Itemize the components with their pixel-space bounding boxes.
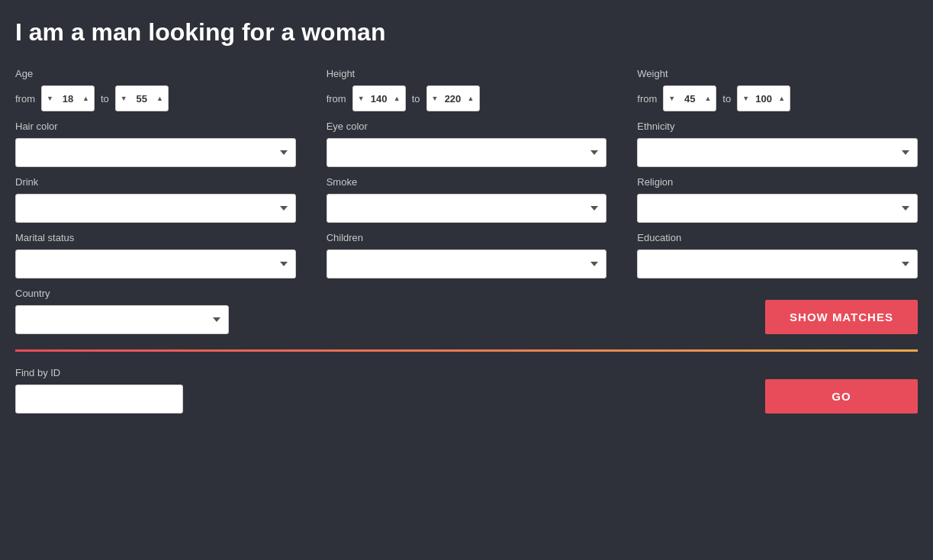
height-from-label: from [327, 93, 346, 105]
age-from-spinner[interactable]: ▼ 18 ▲ [41, 85, 95, 111]
weight-from-up-btn[interactable]: ▲ [704, 95, 711, 102]
divider [15, 349, 918, 352]
marital-status-label: Marital status [15, 232, 296, 243]
weight-from-spinner[interactable]: ▼ 45 ▲ [663, 85, 716, 111]
eye-color-group: Eye color [327, 121, 607, 167]
hair-color-select[interactable] [15, 138, 296, 167]
age-to-down-arrows[interactable]: ▼ [121, 95, 127, 102]
country-label: Country [15, 288, 229, 299]
weight-from-value: 45 [678, 93, 701, 105]
religion-select[interactable] [637, 194, 918, 223]
filter-row-1: Age from ▼ 18 ▲ to ▼ 55 ▲ [15, 68, 918, 111]
children-select[interactable] [327, 249, 607, 278]
weight-range-row: from ▼ 45 ▲ to ▼ 100 ▲ [637, 85, 918, 111]
height-from-up-btn[interactable]: ▲ [394, 95, 401, 102]
height-to-up-btn[interactable]: ▲ [468, 95, 475, 102]
age-to-spinner[interactable]: ▼ 55 ▲ [115, 85, 169, 111]
find-by-id-input[interactable] [15, 385, 183, 414]
age-to-down-btn[interactable]: ▼ [121, 95, 127, 102]
drink-label: Drink [15, 176, 296, 188]
age-to-label: to [101, 93, 109, 105]
height-from-spinner[interactable]: ▼ 140 ▲ [352, 85, 406, 111]
find-by-id-section: Find by ID GO [15, 367, 918, 414]
education-select[interactable] [637, 249, 918, 278]
weight-group: Weight from ▼ 45 ▲ to ▼ 100 ▲ [637, 68, 918, 111]
smoke-group: Smoke [327, 176, 607, 223]
country-group: Country [15, 288, 229, 334]
drink-group: Drink [15, 176, 296, 223]
ethnicity-select[interactable] [637, 138, 918, 167]
filter-row-4: Marital status Children Education [15, 232, 918, 278]
age-group: Age from ▼ 18 ▲ to ▼ 55 ▲ [15, 68, 296, 111]
height-group: Height from ▼ 140 ▲ to ▼ 220 ▲ [327, 68, 607, 111]
height-to-down-btn[interactable]: ▼ [432, 95, 439, 102]
find-by-id-label: Find by ID [15, 367, 183, 378]
age-to-up-btn[interactable]: ▲ [156, 95, 163, 102]
drink-select[interactable] [15, 194, 296, 223]
age-from-arrows[interactable]: ▼ [47, 95, 53, 102]
marital-status-group: Marital status [15, 232, 296, 278]
ethnicity-label: Ethnicity [637, 121, 918, 132]
show-matches-button[interactable]: SHOW MATCHES [765, 300, 918, 334]
children-group: Children [327, 232, 607, 278]
smoke-select[interactable] [327, 194, 607, 223]
hair-color-group: Hair color [15, 121, 296, 167]
weight-to-up-btn[interactable]: ▲ [778, 95, 785, 102]
age-from-label: from [15, 93, 35, 105]
age-from-value: 18 [56, 93, 79, 105]
age-range-row: from ▼ 18 ▲ to ▼ 55 ▲ [15, 85, 296, 111]
age-to-up-arrows[interactable]: ▲ [156, 95, 163, 102]
religion-label: Religion [637, 176, 918, 188]
height-label: Height [327, 68, 607, 79]
filter-row-2: Hair color Eye color Ethnicity [15, 121, 918, 167]
marital-status-select[interactable] [15, 249, 296, 278]
education-label: Education [637, 232, 918, 243]
find-by-id-field-group: Find by ID [15, 367, 183, 414]
page-title: I am a man looking for a woman [15, 18, 918, 47]
age-from-up-btn[interactable]: ▲ [82, 95, 89, 102]
go-button[interactable]: GO [765, 379, 918, 414]
smoke-label: Smoke [327, 176, 607, 188]
eye-color-label: Eye color [327, 121, 607, 132]
height-to-spinner[interactable]: ▼ 220 ▲ [426, 85, 480, 111]
age-to-value: 55 [130, 93, 153, 105]
height-to-label: to [412, 93, 420, 105]
height-from-down-btn[interactable]: ▼ [358, 95, 365, 102]
ethnicity-group: Ethnicity [637, 121, 918, 167]
hair-color-label: Hair color [15, 121, 296, 132]
filter-row-3: Drink Smoke Religion [15, 176, 918, 223]
height-from-value: 140 [368, 93, 391, 105]
weight-to-label: to [722, 93, 731, 105]
weight-from-label: from [637, 93, 657, 105]
children-label: Children [327, 232, 607, 243]
weight-label: Weight [637, 68, 918, 79]
height-range-row: from ▼ 140 ▲ to ▼ 220 ▲ [327, 85, 607, 111]
weight-to-spinner[interactable]: ▼ 100 ▲ [737, 85, 790, 111]
age-from-down-btn[interactable]: ▼ [47, 95, 53, 102]
weight-to-value: 100 [752, 93, 775, 105]
age-label: Age [15, 68, 296, 79]
weight-to-down-btn[interactable]: ▼ [742, 95, 749, 102]
age-from-up-arrows[interactable]: ▲ [82, 95, 89, 102]
religion-group: Religion [637, 176, 918, 223]
filter-row-5: Country SHOW MATCHES [15, 288, 918, 334]
height-to-value: 220 [441, 93, 464, 105]
eye-color-select[interactable] [327, 138, 607, 167]
country-select[interactable] [15, 305, 229, 334]
education-group: Education [637, 232, 918, 278]
weight-from-down-btn[interactable]: ▼ [668, 95, 675, 102]
